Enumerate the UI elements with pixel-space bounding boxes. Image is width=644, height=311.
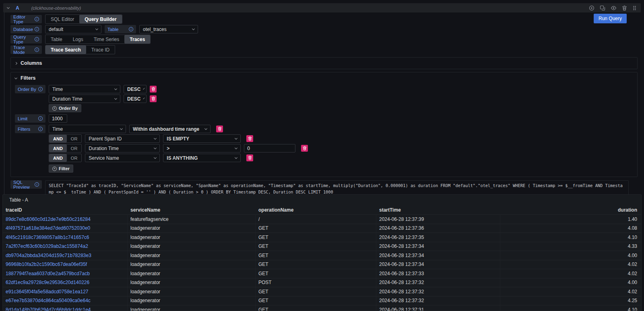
trace-id-link[interactable]: 62df1ec9a29728c9e29536c20d140226 — [3, 278, 128, 287]
chevron-down-icon — [143, 88, 145, 89]
trace-id-link[interactable]: 96968b10fa2b2c1590bc67dea06ef35f — [3, 260, 128, 269]
trace-id-option[interactable]: Trace ID — [86, 45, 115, 54]
filter-field-select[interactable]: Parent Span ID — [85, 134, 160, 143]
order-by-row: Order By i Time DESC — [15, 85, 633, 93]
query-type-label: Query Type i — [10, 35, 42, 43]
trash-icon[interactable] — [622, 5, 627, 11]
trace-id-link[interactable]: 7a2f07ecf63c60b1029ab2ac155874a2 — [3, 242, 128, 251]
filter-operator-select[interactable]: IS EMPTY — [163, 134, 241, 143]
sql-editor-option[interactable]: SQL Editor — [45, 15, 79, 23]
filter-field-select[interactable]: Service Name — [85, 154, 160, 162]
chevron-down-icon — [114, 97, 117, 99]
chevron-right-icon — [14, 62, 17, 64]
info-icon[interactable]: i — [35, 182, 39, 187]
run-query-button[interactable]: Run Query — [594, 14, 627, 23]
table-cell: 2024-06-28 12:37:34 — [376, 260, 500, 269]
trace-id-link[interactable]: e91c3645f04fa5e58adcd0758e1ea127 — [3, 287, 128, 296]
query-editor-body: Editor Type i SQL Editor Query Builder D… — [4, 12, 641, 198]
remove-order-by-button[interactable] — [150, 86, 157, 93]
plus-circle-icon: + — [52, 106, 57, 111]
remove-filter-button[interactable] — [301, 145, 308, 152]
table-row: 7a2f07ecf63c60b1029ab2ac155874a2loadgene… — [3, 242, 641, 251]
trace-id-link[interactable]: 89dc7e8c6060c0d12de7e9b50c216284 — [3, 215, 128, 224]
remove-filter-button[interactable] — [246, 154, 253, 161]
query-builder-option[interactable]: Query Builder — [79, 15, 122, 23]
query-type-timeseries-option[interactable]: Time Series — [89, 35, 125, 43]
plus-circle-icon: + — [52, 167, 57, 171]
info-icon[interactable]: i — [35, 37, 39, 41]
trace-mode-label: Trace Mode i — [10, 45, 42, 54]
column-header-traceid[interactable]: traceID — [3, 205, 128, 214]
add-order-by-button[interactable]: + Order By — [49, 104, 81, 112]
columns-section-header[interactable]: Columns — [15, 60, 633, 67]
filter-operator-select[interactable]: Within dashboard time range — [129, 125, 211, 133]
and-option[interactable]: AND — [49, 135, 67, 142]
column-header-duration[interactable]: duration — [500, 205, 641, 214]
order-by-field-select[interactable]: Time — [49, 85, 120, 93]
limit-input[interactable] — [49, 114, 67, 123]
info-icon[interactable]: i — [38, 87, 43, 91]
table-cell: GET — [256, 287, 376, 296]
filter-value-input[interactable] — [244, 144, 295, 152]
table-cell: 2024-06-28 12:37:31 — [376, 305, 500, 311]
info-icon[interactable]: i — [38, 116, 43, 121]
add-filter-button[interactable]: + Filter — [49, 165, 73, 173]
column-header-servicename[interactable]: serviceName — [128, 205, 256, 214]
trace-id-link[interactable]: db9704a2bbda34204d159c71b78283e3 — [3, 251, 128, 260]
table-cell: 2024-06-28 12:37:33 — [376, 269, 500, 278]
order-by-direction-select[interactable]: DESC — [124, 95, 147, 103]
order-by-direction-select[interactable]: DESC — [124, 85, 147, 93]
drag-handle-icon[interactable] — [632, 5, 637, 11]
trace-id-link[interactable]: 4f45c21918c73698057a8b1c741657c6 — [3, 233, 128, 242]
filter-condition-row: AND OR Parent Span ID IS EMPTY — [15, 134, 633, 143]
and-option[interactable]: AND — [49, 144, 67, 152]
or-option[interactable]: OR — [67, 135, 82, 142]
table-row: 89dc7e8c6060c0d12de7e9b50c216284featuref… — [3, 214, 641, 224]
table-cell: 4.00 — [500, 278, 641, 287]
filter-field-select[interactable]: Time — [49, 125, 126, 133]
table-cell: loadgenerator — [128, 251, 256, 260]
filter-field-select[interactable]: Duration Time — [85, 144, 160, 152]
query-row-header[interactable]: A (clickhouse-observability) — [3, 3, 641, 12]
info-icon[interactable]: i — [35, 17, 39, 21]
chevron-down-icon — [154, 136, 157, 139]
trace-id-link[interactable]: e67ee7b53870d4c864ca50409ca0e64c — [3, 297, 128, 305]
filter-operator-select[interactable]: > — [163, 144, 241, 152]
column-header-starttime[interactable]: startTime — [376, 205, 500, 214]
filter-operator-select[interactable]: IS ANYTHING — [163, 154, 241, 162]
order-by-field-select[interactable]: Duration Time — [49, 95, 120, 103]
or-option[interactable]: OR — [67, 144, 82, 152]
query-type-traces-option[interactable]: Traces — [124, 35, 150, 43]
column-header-operationname[interactable]: operationName — [256, 205, 376, 214]
disable-icon[interactable] — [589, 5, 594, 11]
order-by-row: Duration Time DESC — [15, 95, 633, 103]
eye-icon[interactable] — [611, 5, 617, 11]
chevron-down-icon — [154, 146, 157, 149]
duplicate-icon[interactable] — [600, 5, 605, 11]
info-icon[interactable]: i — [35, 27, 39, 31]
remove-filter-button[interactable] — [246, 135, 253, 142]
database-label: Database i — [10, 25, 42, 33]
info-icon[interactable]: i — [129, 27, 133, 31]
table-cell: 4.02 — [500, 269, 641, 278]
remove-order-by-button[interactable] — [150, 95, 157, 102]
trace-id-link[interactable]: 8d1da148b70b6294d7c66b8dc1ddc1e4 — [3, 305, 128, 311]
collapse-chevron-icon[interactable] — [7, 6, 10, 9]
trace-search-option[interactable]: Trace Search — [45, 45, 86, 54]
remove-filter-button[interactable] — [216, 126, 223, 132]
table-cell: 2024-06-28 12:37:32 — [376, 278, 500, 287]
or-option[interactable]: OR — [67, 154, 82, 162]
info-icon[interactable]: i — [35, 47, 39, 52]
trace-id-link[interactable]: 1887794f7eaa6037d0e2a4579bcd7acb — [3, 269, 128, 278]
and-option[interactable]: AND — [49, 154, 67, 162]
query-type-logs-option[interactable]: Logs — [68, 35, 89, 43]
table-cell: loadgenerator — [128, 242, 256, 251]
filter-condition-row: AND OR Duration Time > — [15, 144, 633, 152]
filters-section-header[interactable]: Filters — [15, 74, 633, 82]
trace-id-link[interactable]: 4f497571a618e384ed7ded60752030e0 — [3, 224, 128, 233]
table-select[interactable]: otel_traces — [139, 25, 198, 33]
trace-mode-toggle: Trace Search Trace ID — [45, 45, 115, 54]
query-type-table-option[interactable]: Table — [45, 35, 68, 43]
database-select[interactable]: default — [45, 25, 101, 33]
info-icon[interactable]: i — [38, 127, 43, 131]
